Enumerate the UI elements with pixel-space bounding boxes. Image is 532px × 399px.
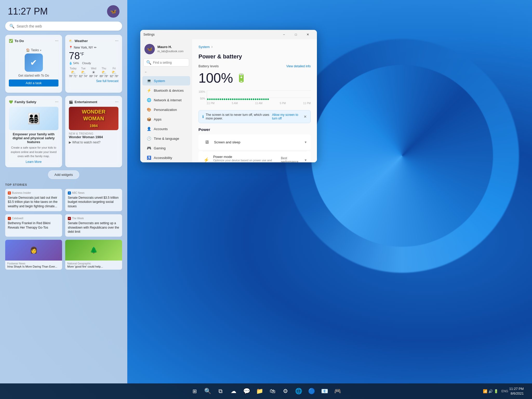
add-widgets-area: Add widgets — [5, 170, 122, 179]
sidebar-item-apps[interactable]: 📦 Apps — [142, 115, 190, 124]
news-img-item-2[interactable]: 🌲 National Geographic More 'good fire' c… — [65, 240, 122, 270]
battery-charging-icon: 🔋 — [236, 73, 247, 83]
allow-screen-link[interactable]: Allow my screen to turn off — [272, 113, 301, 120]
widget-search-bar[interactable]: 🔍 — [5, 22, 122, 31]
news-img-caption-2: National Geographic More 'good fire' cou… — [65, 261, 122, 270]
source-icon-3: C — [8, 217, 11, 220]
search-button[interactable]: 🔍 — [202, 385, 213, 397]
settings-email: m_lab@outlook.com — [157, 49, 183, 53]
b-dot — [230, 98, 231, 100]
family-menu-icon[interactable]: ··· — [55, 99, 58, 104]
system-icon: 💻 — [147, 78, 151, 83]
breadcrumb-parent[interactable]: System — [198, 45, 210, 49]
sidebar-item-network[interactable]: 🌐 Network & internet — [142, 95, 190, 105]
todo-menu-icon[interactable]: ··· — [55, 38, 58, 43]
taskbar-clock[interactable]: 11:27 PM 8/6/2021 — [509, 387, 524, 396]
news-img-item-1[interactable]: 👩 Footwear News Irina Shayk Is More Dari… — [5, 240, 62, 270]
file-explorer-button[interactable]: 📁 — [254, 385, 265, 397]
battery-tray-icon[interactable]: 🔋 — [494, 389, 498, 393]
task-view-button[interactable]: ⧉ — [215, 385, 226, 397]
settings-search[interactable]: 🔍 — [143, 58, 189, 66]
b-dot — [263, 98, 265, 100]
sidebar-item-time[interactable]: 🕐 Time & language — [142, 134, 190, 143]
personalization-icon: 🎨 — [147, 107, 151, 112]
news-item-4[interactable]: W The Week Senate Democrats are setting … — [65, 214, 122, 237]
power-mode-row[interactable]: ⚡ Power mode Optimize your device based … — [198, 151, 311, 162]
language-indicator[interactable]: ENG — [501, 389, 508, 393]
weather-temperature: 78 °F — [69, 50, 118, 62]
news-item-3[interactable]: C Celebwell Bethenny Frankel in Red Biki… — [5, 214, 62, 237]
settings-profile[interactable]: 🦋 Mauro H. m_lab@outlook.com — [140, 42, 192, 58]
home-icon: 🏠 — [26, 48, 30, 52]
notification-text: The screen is set to never turn off, whi… — [206, 113, 272, 120]
widget-user-avatar[interactable]: 🦋 — [107, 5, 119, 18]
forecast-link[interactable]: See full forecast — [69, 79, 118, 83]
b-dot — [240, 98, 242, 100]
breadcrumb-separator: › — [211, 44, 212, 49]
sidebar-item-accessibility[interactable]: ♿ Accessibility — [142, 153, 190, 162]
b-dot — [261, 98, 263, 100]
news-source-4: W The Week — [68, 217, 119, 220]
sidebar-item-system[interactable]: 💻 System — [142, 76, 190, 85]
games-button[interactable]: 🎮 — [332, 385, 343, 397]
widget-search-input[interactable] — [17, 24, 118, 28]
view-detailed-info-link[interactable]: View detailed info — [286, 64, 311, 68]
apps-icon: 📦 — [147, 117, 151, 122]
b-dot — [220, 98, 221, 100]
watch-next[interactable]: ▶ What to watch next? — [69, 141, 118, 144]
entertainment-menu-icon[interactable]: ··· — [115, 99, 118, 104]
taskbar: ⊞ 🔍 ⧉ ☁ 💬 📁 🛍 ⚙ 🌐 🔵 📧 🎮 📶 🔊 🔋 ENG 11:27 … — [0, 383, 532, 399]
news-item-2[interactable]: A ABC News Senate Democrats unveil $3.5 … — [65, 189, 122, 211]
edit-location-icon[interactable]: ✏ — [94, 46, 97, 49]
settings-search-input[interactable] — [153, 61, 186, 64]
chat-button[interactable]: 💬 — [241, 385, 252, 397]
store-button[interactable]: 🛍 — [267, 385, 278, 397]
b-dot — [209, 98, 211, 100]
chart-container: 100% 50% — [198, 90, 311, 105]
minimize-button[interactable]: − — [278, 30, 290, 39]
start-button[interactable]: ⊞ — [189, 385, 200, 397]
add-task-button[interactable]: Add a task — [9, 79, 58, 87]
todo-cta: Get started with To Do — [18, 74, 49, 77]
b-dot — [215, 98, 217, 100]
network-tray-icon[interactable]: 📶 — [483, 389, 487, 393]
news-item-1[interactable]: B Business Insider Senate Democrats just… — [5, 189, 62, 211]
sidebar-item-personalization[interactable]: 🎨 Personalization — [142, 105, 190, 114]
settings-taskbar-button[interactable]: ⚙ — [280, 385, 291, 397]
b-dot — [236, 98, 238, 100]
settings-avatar: 🦋 — [144, 44, 155, 54]
b-dot — [228, 98, 229, 100]
battery-chart: 100% 50% — [198, 90, 311, 108]
sidebar-item-gaming[interactable]: 🎮 Gaming — [142, 143, 190, 153]
screen-sleep-row[interactable]: 🖥 Screen and sleep ▾ — [198, 134, 311, 150]
news-headline-3: Bethenny Frankel in Red Bikini Reveals H… — [8, 221, 59, 230]
edge-button[interactable]: 🌐 — [293, 385, 304, 397]
chevron-down-icon: ▾ — [40, 49, 41, 52]
email-button[interactable]: 📧 — [319, 385, 330, 397]
family-learn-more-link[interactable]: Learn More — [9, 160, 58, 164]
power-mode-chevron[interactable]: ▾ — [305, 158, 307, 162]
weather-menu-icon[interactable]: ··· — [115, 38, 118, 43]
breadcrumb: System › — [198, 44, 311, 49]
b-dot — [232, 98, 234, 100]
sidebar-item-accounts[interactable]: 👤 Accounts — [142, 124, 190, 134]
bluetooth-icon: ⚡ — [147, 88, 151, 93]
volume-tray-icon[interactable]: 🔊 — [488, 389, 493, 393]
back-button[interactable]: ← — [144, 70, 188, 74]
add-widgets-button[interactable]: Add widgets — [48, 170, 79, 179]
widgets-button[interactable]: ☁ — [228, 385, 239, 397]
forecast-day-4: Thu ⛅ 89° 78° — [99, 67, 108, 78]
accounts-icon: 👤 — [147, 127, 151, 131]
settings-sidebar: 🦋 Mauro H. m_lab@outlook.com 🔍 ← 💻 — [140, 39, 192, 162]
tray-extras: ENG — [501, 389, 508, 393]
notification-close-icon[interactable]: ✕ — [304, 115, 307, 119]
news-source-3: C Celebwell — [8, 217, 59, 220]
news-headline-1: Senate Democrats just laid out their $3.… — [8, 196, 59, 209]
chrome-button[interactable]: 🔵 — [306, 385, 317, 397]
close-button[interactable]: ✕ — [302, 30, 314, 39]
maximize-button[interactable]: □ — [290, 30, 302, 39]
b-dot — [224, 98, 225, 100]
titlebar-controls: − □ ✕ — [278, 30, 314, 39]
battery-dots-row — [207, 98, 311, 100]
sidebar-item-bluetooth[interactable]: ⚡ Bluetooth & devices — [142, 86, 190, 95]
